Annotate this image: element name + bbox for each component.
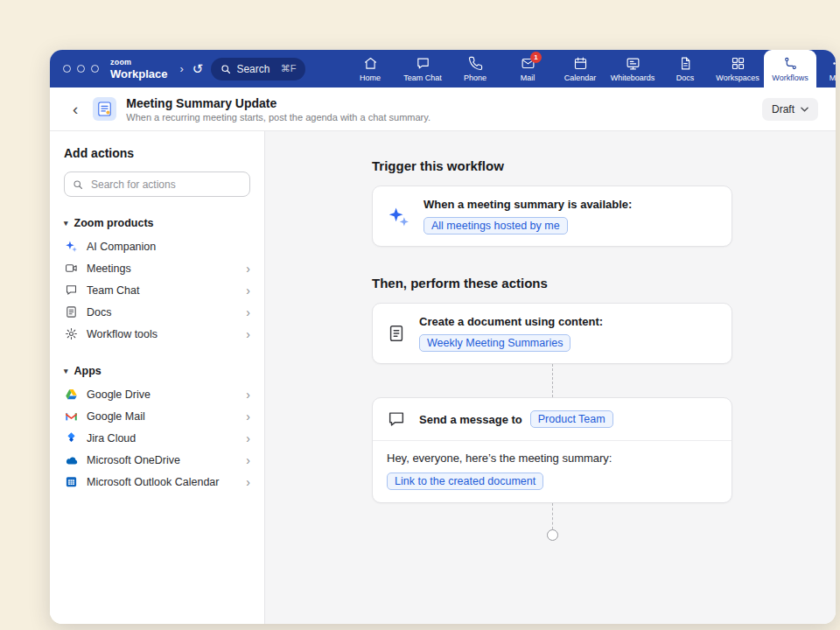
actions-heading: Then, perform these actions — [372, 276, 732, 290]
history-icon[interactable]: ↺ — [192, 62, 204, 75]
draft-status-dropdown[interactable]: Draft — [762, 98, 818, 121]
sidebar-item-jira-cloud[interactable]: Jira Cloud › — [64, 427, 250, 449]
trigger-scope-chip[interactable]: All meetings hosted by me — [424, 217, 568, 234]
outlook-calendar-icon — [64, 474, 79, 489]
topbar: zoom Workplace › ↺ Search ⌘F Home Team C… — [50, 50, 836, 88]
window-control-dot[interactable] — [77, 65, 85, 73]
nav-item-workflows[interactable]: Workflows — [764, 50, 816, 88]
chevron-right-icon: › — [246, 476, 250, 488]
nav-item-phone[interactable]: Phone — [449, 50, 501, 88]
trigger-heading: Trigger this workflow — [372, 158, 732, 173]
action2-recipient-chip[interactable]: Product Team — [530, 410, 613, 428]
chevron-right-icon: › — [246, 262, 250, 275]
ai-sparkle-icon — [387, 205, 410, 228]
actions-search-input[interactable] — [89, 178, 242, 192]
nav-item-docs[interactable]: Docs — [659, 50, 711, 88]
section-header-zoom-products[interactable]: ▾ Zoom products — [64, 214, 250, 235]
document-icon — [387, 324, 406, 343]
chevron-right-icon[interactable]: › — [180, 62, 184, 75]
back-button[interactable]: ‹ — [73, 101, 78, 117]
chevron-right-icon: › — [246, 432, 250, 444]
nav-item-team-chat[interactable]: Team Chat — [396, 50, 449, 88]
message-link-chip[interactable]: Link to the created document — [387, 472, 543, 490]
nav-item-whiteboards[interactable]: Whiteboards — [606, 50, 659, 88]
sidebar-item-docs[interactable]: Docs › — [64, 301, 250, 323]
app-window: zoom Workplace › ↺ Search ⌘F Home Team C… — [50, 50, 836, 624]
team-chat-icon — [416, 56, 430, 71]
sidebar-item-microsoft-outlook-calendar[interactable]: Microsoft Outlook Calendar › — [64, 471, 250, 493]
action-card-send-message[interactable]: Send a message to Product Team Hey, ever… — [372, 397, 732, 503]
trigger-card[interactable]: When a meeting summary is available: All… — [372, 186, 732, 247]
flow-connector — [552, 364, 553, 397]
jira-cloud-icon — [64, 430, 79, 445]
workflow-column: Trigger this workflow When a meeting sum… — [372, 131, 732, 541]
zoom-workplace-logo: zoom Workplace — [110, 59, 168, 80]
caret-down-icon: ▾ — [64, 219, 68, 228]
logo-workplace-text: Workplace — [110, 68, 168, 80]
team-chat-icon — [64, 283, 79, 298]
window-controls — [63, 65, 99, 73]
window-control-dot[interactable] — [91, 65, 99, 73]
actions-search[interactable] — [64, 172, 250, 197]
whiteboards-icon — [626, 56, 640, 71]
add-step-node[interactable] — [547, 529, 558, 541]
sidebar-section-zoom-products: ▾ Zoom products AI Companion Meetings — [64, 214, 250, 345]
home-icon — [363, 56, 378, 71]
window-control-dot[interactable] — [63, 65, 71, 73]
topbar-nav: Home Team Chat Phone 1 Mail Calend — [344, 50, 836, 88]
caret-down-icon: ▾ — [64, 367, 68, 375]
sidebar-item-google-mail[interactable]: Google Mail › — [64, 405, 250, 427]
sidebar-item-meetings[interactable]: Meetings › — [64, 257, 250, 279]
search-placeholder: Search — [236, 63, 275, 75]
workflow-header: ‹ Meeting Summary Update When a recurrin… — [50, 88, 836, 131]
sidebar-title: Add actions — [64, 146, 250, 160]
workflows-icon — [783, 56, 798, 71]
body-row: Add actions ▾ Zoom products AI — [50, 131, 836, 624]
google-mail-icon — [64, 409, 79, 424]
screen-background: zoom Workplace › ↺ Search ⌘F Home Team C… — [0, 0, 840, 630]
search-icon — [220, 64, 231, 74]
nav-item-mail[interactable]: 1 Mail — [501, 50, 554, 88]
chat-bubble-icon — [387, 410, 406, 429]
status-badge: Draft — [772, 103, 794, 116]
onedrive-icon — [64, 452, 79, 467]
workspaces-icon — [731, 56, 746, 71]
logo-zoom-text: zoom — [110, 59, 168, 66]
nav-item-workspaces[interactable]: Workspaces — [711, 50, 764, 88]
chevron-right-icon: › — [246, 284, 250, 297]
sidebar-item-team-chat[interactable]: Team Chat › — [64, 279, 250, 301]
action2-text: Send a message to — [419, 413, 522, 426]
chevron-down-icon — [801, 107, 808, 112]
workflow-summary-icon — [93, 97, 116, 121]
sidebar-item-workflow-tools[interactable]: Workflow tools › — [64, 323, 250, 345]
sidebar: Add actions ▾ Zoom products AI — [50, 131, 265, 624]
nav-item-home[interactable]: Home — [344, 50, 396, 88]
chevron-right-icon: › — [246, 454, 250, 466]
global-search[interactable]: Search ⌘F — [211, 58, 305, 80]
docs-icon — [64, 304, 79, 319]
section-header-apps[interactable]: ▾ Apps — [64, 362, 250, 383]
more-icon — [831, 56, 836, 71]
search-icon — [73, 179, 83, 190]
ai-companion-icon — [64, 239, 79, 254]
sidebar-item-microsoft-onedrive[interactable]: Microsoft OneDrive › — [64, 449, 250, 471]
search-shortcut: ⌘F — [281, 63, 297, 74]
sidebar-item-ai-companion[interactable]: AI Companion — [64, 235, 250, 257]
mail-badge: 1 — [530, 52, 542, 63]
google-drive-icon — [64, 387, 79, 402]
trigger-text: When a meeting summary is available: — [424, 198, 632, 211]
workflow-tools-icon — [64, 326, 79, 341]
chevron-right-icon: › — [246, 328, 250, 340]
docs-icon — [678, 56, 693, 71]
chevron-right-icon: › — [246, 410, 250, 423]
action-card-create-document[interactable]: Create a document using content: Weekly … — [372, 303, 732, 364]
sidebar-item-google-drive[interactable]: Google Drive › — [64, 383, 250, 405]
chevron-right-icon: › — [246, 388, 250, 401]
message-body-text: Hey, everyone, here’s the meeting summar… — [387, 452, 718, 465]
flow-connector — [552, 503, 553, 529]
action1-content-chip[interactable]: Weekly Meeting Summaries — [419, 334, 570, 352]
workflow-titles: Meeting Summary Update When a recurring … — [126, 96, 430, 122]
calendar-icon — [573, 56, 588, 71]
nav-item-more[interactable]: More — [816, 50, 836, 88]
nav-item-calendar[interactable]: Calendar — [554, 50, 606, 88]
